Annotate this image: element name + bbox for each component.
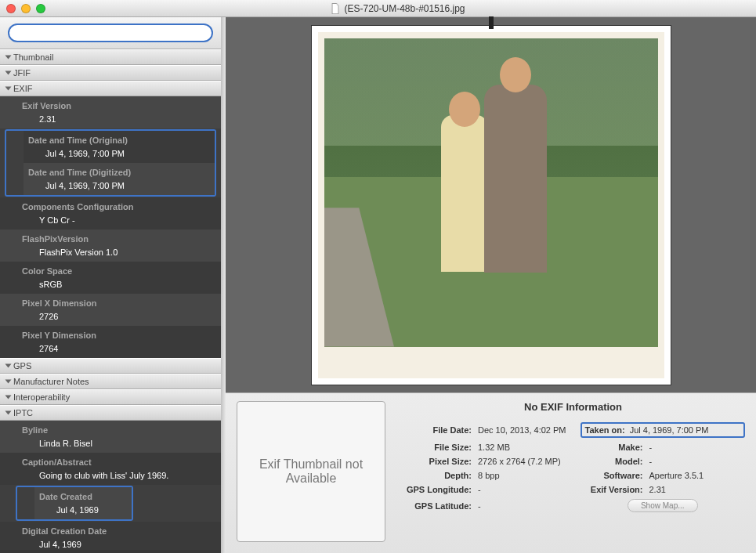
info-title: No EXIF Information — [401, 401, 745, 413]
highlight-date-created: Date CreatedJul 4, 1969 — [16, 486, 133, 521]
show-map-button[interactable]: Show Map... — [628, 499, 698, 512]
metadata-sidebar: Thumbnail JFIF EXIF Exif Version2.31 Dat… — [0, 17, 221, 553]
software-value: Aperture 3.5.1 — [649, 471, 746, 480]
exif-body: Exif Version2.31 Date and Time (Original… — [0, 96, 221, 358]
pixel-size-value: 2726 x 2764 (7.2 MP) — [478, 457, 574, 466]
file-size-value: 1.32 MB — [478, 443, 574, 452]
section-interoperability[interactable]: Interoperability — [0, 389, 221, 405]
section-jfif[interactable]: JFIF — [0, 65, 221, 81]
iptc-digital-date: Digital Creation DateJul 4, 1969 — [0, 522, 221, 553]
main-area: Exif Thumbnail not Available No EXIF Inf… — [226, 17, 756, 553]
info-content: No EXIF Information File Date: Dec 10, 2… — [401, 401, 745, 542]
info-grid: File Date: Dec 10, 2013, 4:02 PM Taken o… — [401, 422, 745, 512]
taken-on-value: Jul 4, 1969, 7:00 PM — [630, 425, 709, 435]
search-input[interactable] — [8, 23, 213, 42]
exif-pixelx: Pixel X Dimension2726 — [0, 294, 221, 326]
depth-value: 8 bpp — [478, 471, 574, 480]
exif-components: Components ConfigurationY Cb Cr - — [0, 197, 221, 230]
iptc-caption: Caption/AbstractGoing to club with Liss'… — [0, 453, 221, 485]
file-size-label: File Size: — [401, 443, 472, 452]
software-label: Software: — [581, 471, 643, 480]
minimize-button[interactable] — [21, 4, 31, 13]
make-value: - — [649, 443, 746, 452]
exif-version-value: 2.31 — [649, 485, 746, 494]
iptc-body: BylineLinda R. Bisel Caption/AbstractGoi… — [0, 421, 221, 553]
exif-flashpix: FlashPixVersionFlashPix Version 1.0 — [0, 230, 221, 262]
window-titlebar: (ES-720-UM-48b-#01516.jpg — [0, 0, 756, 17]
file-date-value: Dec 10, 2013, 4:02 PM — [478, 425, 574, 435]
photo-frame — [311, 25, 671, 385]
gps-latitude-label: GPS Latitude: — [401, 501, 472, 511]
window-title-text: (ES-720-UM-48b-#01516.jpg — [344, 3, 465, 14]
exif-dt-original: Date and Time (Original)Jul 4, 1969, 7:0… — [24, 131, 215, 163]
section-exif[interactable]: EXIF — [0, 81, 221, 96]
search-container — [0, 17, 221, 49]
traffic-lights — [6, 4, 45, 13]
section-manufacturer-notes[interactable]: Manufacturer Notes — [0, 374, 221, 389]
zoom-button[interactable] — [36, 4, 45, 13]
info-panel: Exif Thumbnail not Available No EXIF Inf… — [226, 392, 756, 553]
file-icon — [330, 3, 341, 14]
taken-on-label: Taken on: — [585, 425, 625, 435]
photo-notch — [489, 16, 494, 29]
model-value: - — [649, 457, 746, 466]
highlight-taken-on: Taken on: Jul 4, 1969, 7:00 PM — [581, 422, 746, 438]
iptc-byline: BylineLinda R. Bisel — [0, 421, 221, 453]
section-iptc[interactable]: IPTC — [0, 405, 221, 421]
exif-thumbnail-box: Exif Thumbnail not Available — [237, 401, 385, 542]
gps-longitude-value: - — [478, 485, 574, 494]
iptc-date-created: Date CreatedJul 4, 1969 — [34, 487, 132, 519]
image-preview-area — [226, 17, 756, 392]
pixel-size-label: Pixel Size: — [401, 457, 472, 466]
exif-version: Exif Version2.31 — [0, 96, 221, 128]
highlight-datetime: Date and Time (Original)Jul 4, 1969, 7:0… — [5, 129, 216, 197]
photo-content — [324, 38, 658, 347]
gps-latitude-value: - — [478, 501, 574, 511]
window-title: (ES-720-UM-48b-#01516.jpg — [45, 3, 750, 14]
exif-dt-digitized: Date and Time (Digitized)Jul 4, 1969, 7:… — [24, 163, 215, 195]
close-button[interactable] — [6, 4, 16, 13]
file-date-label: File Date: — [401, 425, 472, 435]
gps-longitude-label: GPS Longitude: — [401, 485, 472, 494]
make-label: Make: — [581, 443, 643, 452]
section-thumbnail[interactable]: Thumbnail — [0, 49, 221, 65]
exif-version-label: Exif Version: — [581, 485, 643, 494]
model-label: Model: — [581, 457, 643, 466]
section-gps[interactable]: GPS — [0, 358, 221, 374]
depth-label: Depth: — [401, 471, 472, 480]
exif-colorspace: Color SpacesRGB — [0, 262, 221, 294]
exif-pixely: Pixel Y Dimension2764 — [0, 326, 221, 358]
